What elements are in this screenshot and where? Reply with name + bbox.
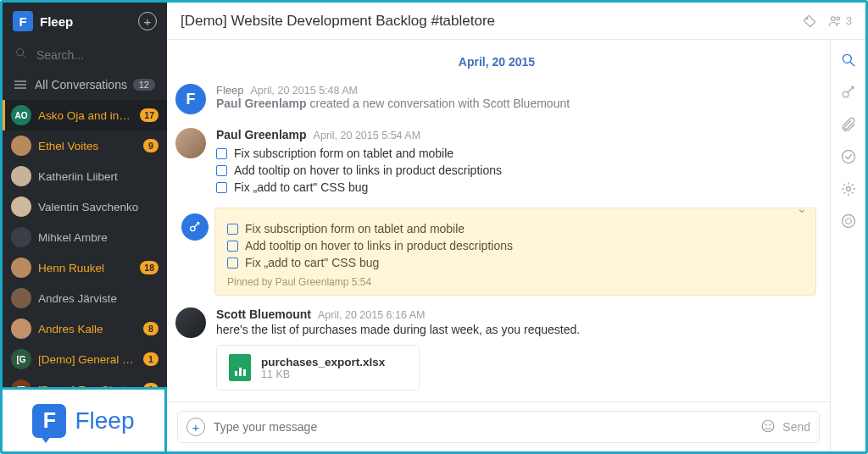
task-label: Fix subscription form on tablet and mobi… — [245, 222, 465, 235]
checkbox-icon[interactable] — [216, 165, 227, 176]
checkbox-icon[interactable] — [227, 224, 238, 235]
conversation-name: Mihkel Ambre — [38, 231, 159, 244]
emoji-button[interactable] — [760, 418, 776, 436]
attach-button[interactable]: + — [186, 418, 205, 436]
message-author: Paul Greenlamp — [216, 128, 307, 141]
tag-button[interactable] — [802, 14, 817, 29]
conversation-item[interactable]: Valentin Savchenko — [3, 191, 167, 222]
message-text: here's the list of purchases made during… — [216, 323, 818, 336]
rail-help-button[interactable] — [840, 213, 857, 230]
logo-icon: F — [13, 11, 33, 31]
task-item[interactable]: Fix subscription form on tablet and mobi… — [227, 220, 804, 237]
members-button[interactable]: 3 — [827, 14, 852, 29]
conversation-item[interactable]: Andres Kalle8 — [3, 313, 167, 344]
rail-search-button[interactable] — [840, 52, 857, 69]
svg-line-1 — [23, 55, 25, 58]
svg-point-8 — [770, 424, 771, 425]
svg-line-10 — [850, 63, 854, 66]
rail-settings-button[interactable] — [840, 180, 857, 197]
spreadsheet-icon — [229, 354, 251, 381]
checkbox-icon[interactable] — [216, 182, 227, 193]
message-input[interactable] — [214, 420, 752, 434]
svg-point-0 — [17, 49, 24, 56]
conversation-item[interactable]: Andres Järviste — [3, 283, 167, 313]
avatar: [G — [11, 349, 31, 369]
all-conversations[interactable]: All Conversations 12 — [3, 69, 167, 100]
task-label: Fix subscription form on tablet and mobi… — [234, 147, 453, 160]
conversation-name: [Demo] General News — [38, 353, 136, 366]
conversation-item[interactable]: Katheriin Liibert — [3, 161, 167, 191]
brand-logo-name: Fleep — [75, 407, 134, 435]
avatar — [11, 136, 31, 156]
system-time: April, 20 2015 5:48 AM — [251, 85, 358, 97]
message: Paul Greenlamp April, 20 2015 5:54 AM Fi… — [170, 121, 823, 202]
unread-badge: 1 — [143, 352, 159, 366]
rail-key-button[interactable] — [840, 84, 857, 101]
task-item[interactable]: Add tooltip on hover to links in product… — [227, 237, 804, 254]
app-logo[interactable]: F Fleep — [13, 11, 73, 31]
conversation-title: [Demo] Website Development Backlog #tabl… — [181, 13, 792, 30]
conversation-item[interactable]: Ethel Voites9 — [3, 130, 167, 161]
pinned-by-label: Pinned by Paul Greenlamp 5:54 — [227, 276, 804, 288]
new-conversation-button[interactable]: + — [138, 12, 157, 30]
message-time: April, 20 2015 6:16 AM — [318, 309, 425, 321]
task-label: Fix „add to cart" CSS bug — [245, 256, 379, 269]
brand-logo-icon: F — [32, 404, 66, 438]
avatar — [175, 307, 206, 338]
conversation-item[interactable]: AOAsko Oja and integration17 — [3, 100, 167, 130]
date-separator: April, 20 2015 — [170, 40, 823, 77]
all-conversations-count: 12 — [133, 79, 155, 91]
sidebar: F Fleep + All Conversations 12 AOAsko Oj… — [3, 3, 167, 451]
avatar — [11, 166, 31, 186]
search-input[interactable] — [36, 48, 155, 62]
message: Scott Bluemount April, 20 2015 6:16 AM h… — [170, 301, 823, 397]
svg-point-13 — [846, 187, 850, 191]
file-attachment[interactable]: purchases_export.xlsx 11 KB — [216, 345, 420, 390]
checkbox-icon[interactable] — [216, 148, 227, 159]
task-label: Add tooltip on hover to links in product… — [245, 239, 513, 252]
system-message: F Fleep April, 20 2015 5:48 AM Paul Gree… — [170, 77, 823, 121]
collapse-pinned-button[interactable]: ⌄ — [797, 202, 807, 215]
avatar: AO — [11, 105, 31, 125]
system-source: Fleep — [216, 84, 244, 97]
conversation-item[interactable]: Henn Ruukel18 — [3, 252, 167, 283]
unread-badge: 18 — [140, 261, 159, 274]
conversation-name: Andres Kalle — [38, 323, 136, 335]
svg-point-3 — [831, 16, 835, 20]
rail-tasks-button[interactable] — [840, 148, 857, 165]
rail-attach-button[interactable] — [840, 116, 857, 133]
message-author: Scott Bluemount — [216, 307, 311, 321]
conversation-name: Valentin Savchenko — [38, 201, 159, 213]
checkbox-icon[interactable] — [227, 257, 238, 269]
avatar — [11, 257, 31, 278]
system-actor: Paul Greenlamp — [216, 97, 307, 110]
checkbox-icon[interactable] — [227, 241, 238, 252]
conversation-item[interactable]: [G[Demo] General News1 — [3, 344, 167, 374]
file-size: 11 KB — [261, 368, 385, 380]
svg-point-4 — [837, 17, 840, 20]
conversation-name: Asko Oja and integration — [38, 109, 133, 122]
system-text: created a new conversation with Scott Bl… — [307, 97, 570, 110]
svg-point-9 — [843, 54, 851, 63]
search-icon — [14, 47, 28, 63]
svg-point-2 — [806, 18, 808, 19]
conversation-item[interactable]: Mihkel Ambre — [3, 222, 167, 252]
avatar — [175, 128, 206, 158]
send-button[interactable]: Send — [782, 420, 810, 434]
all-conversations-label: All Conversations — [35, 78, 127, 91]
task-item[interactable]: Fix „add to cart" CSS bug — [227, 254, 804, 271]
task-item[interactable]: Fix „add to cart" CSS bug — [216, 179, 818, 196]
unread-badge: 17 — [140, 108, 159, 122]
file-name: purchases_export.xlsx — [261, 356, 385, 368]
message-scroll[interactable]: April, 20 2015 F Fleep April, 20 2015 5:… — [167, 40, 830, 401]
svg-point-12 — [842, 151, 854, 163]
unread-badge: 9 — [143, 139, 159, 152]
composer: + Send — [167, 401, 830, 451]
conversation-name: Ethel Voites — [38, 140, 136, 152]
hamburger-icon — [14, 80, 26, 89]
task-item[interactable]: Add tooltip on hover to links in product… — [216, 162, 818, 179]
task-item[interactable]: Fix subscription form on tablet and mobi… — [216, 145, 818, 162]
task-label: Fix „add to cart" CSS bug — [234, 180, 368, 194]
avatar — [11, 288, 31, 308]
svg-point-6 — [763, 420, 775, 432]
